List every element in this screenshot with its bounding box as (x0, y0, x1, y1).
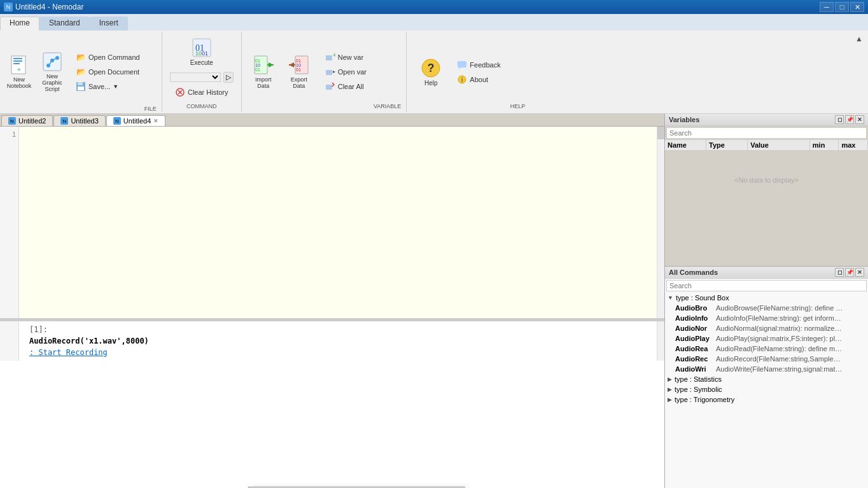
tab-untitled3[interactable]: N Untitled3 (53, 115, 105, 126)
col-value: Value (748, 140, 810, 150)
cmd-audionormal[interactable]: AudioNor AudioNormal(signal:matrix): nor… (670, 323, 868, 333)
svg-marker-39 (458, 67, 461, 69)
new-var-icon: + (325, 52, 335, 62)
output-code-line: AudioRecord('x1.wav',8000) (24, 335, 652, 347)
open-command-icon: 📂 (76, 52, 86, 62)
svg-rect-13 (78, 87, 84, 90)
cmd-audioplay-short: AudioPlay (675, 335, 713, 342)
close-button[interactable]: ✕ (850, 2, 864, 12)
clear-history-label: Clear History (188, 88, 228, 96)
variable-group-label: VARIABLE (374, 102, 401, 109)
svg-text:01: 01 (296, 67, 301, 72)
new-var-button[interactable]: + New var (321, 50, 371, 64)
svg-marker-34 (333, 71, 335, 73)
variables-close-button[interactable]: ✕ (855, 115, 864, 124)
save-button[interactable]: Save... ▼ (71, 80, 144, 94)
variables-restore-button[interactable]: ◻ (835, 115, 844, 124)
clear-all-icon (325, 81, 335, 92)
new-graphic-script-label: New GraphicScript (38, 73, 67, 92)
import-data-button[interactable]: 01 10 01 ImportData (247, 52, 280, 92)
ribbon-tab-standard[interactable]: Standard (39, 17, 90, 31)
cmd-audiorecord[interactable]: AudioRec AudioRecord(FileName:string,Sam… (670, 354, 868, 364)
cmd-audioplay[interactable]: AudioPlay AudioPlay(signal:matrix,FS:int… (670, 333, 868, 344)
commands-close-button[interactable]: ✕ (855, 268, 864, 277)
restore-button[interactable]: □ (835, 2, 849, 12)
tab-close-untitled4[interactable]: ✕ (153, 118, 158, 124)
output-prompt-line: [1]: (24, 324, 652, 335)
commands-search[interactable] (666, 280, 867, 291)
help-icon: ? (421, 58, 441, 78)
new-graphic-script-button[interactable]: New GraphicScript (36, 48, 69, 95)
open-document-button[interactable]: 📂 Open Document (71, 65, 144, 79)
svg-rect-38 (458, 61, 466, 67)
clear-all-button[interactable]: Clear All (321, 80, 371, 94)
cmd-audioplay-full: AudioPlay(signal:matrix,FS:integer): pla… (716, 335, 843, 342)
tab-untitled4[interactable]: N Untitled4 ✕ (106, 115, 165, 126)
import-data-icon: 01 10 01 (253, 55, 274, 75)
open-command-button[interactable]: 📂 Open Command (71, 50, 144, 64)
ribbon-tab-home[interactable]: Home (0, 17, 39, 31)
editor-area: 1 (0, 127, 664, 318)
tab-untitled2[interactable]: N Untitled2 (1, 115, 53, 126)
editor-scrollbar[interactable] (657, 127, 664, 318)
new-var-label: New var (338, 53, 363, 61)
editor-content[interactable] (19, 127, 657, 318)
symbolic-group-label: type : Symbolic (675, 386, 722, 393)
export-data-button[interactable]: 01 10 01 ExportData (283, 52, 316, 92)
commands-title-bar: All Commands ◻ 📌 ✕ (665, 267, 868, 279)
feedback-button[interactable]: Feedback (452, 58, 505, 72)
svg-rect-35 (326, 85, 332, 90)
about-button[interactable]: i About (452, 73, 505, 87)
ribbon-tab-insert[interactable]: Insert (90, 17, 128, 31)
variables-no-data: <No data to display> (665, 151, 868, 209)
tree-expand-soundbox: ▼ (668, 295, 673, 301)
feedback-icon (457, 60, 467, 70)
output-link-line[interactable]: : Start Recording (24, 347, 652, 358)
execute-dropdown[interactable] (170, 73, 221, 82)
scrollbar-thumb[interactable] (657, 127, 664, 139)
svg-text:01: 01 (296, 59, 301, 63)
col-min: min (810, 140, 839, 150)
variables-search[interactable] (666, 127, 867, 139)
output-link[interactable]: : Start Recording (29, 348, 108, 357)
tab-icon-untitled2: N (8, 117, 16, 125)
cmd-audioinfo-short: AudioInfo (675, 314, 713, 322)
app-icon: N (4, 3, 13, 11)
execute-icon: 01 10 01 (192, 38, 212, 58)
output-scrollbar[interactable] (657, 321, 664, 361)
ribbon-collapse-button[interactable]: ▲ (853, 32, 865, 46)
col-name: Name (665, 140, 706, 150)
new-notebook-button[interactable]: + NewNotebook (3, 52, 36, 92)
clear-history-button[interactable]: Clear History (171, 85, 233, 99)
svg-text:+: + (17, 66, 21, 73)
execute-button[interactable]: 01 10 01 Execute (185, 34, 218, 69)
cmd-audioread-short: AudioRea (675, 345, 713, 352)
minimize-button[interactable]: ─ (820, 2, 834, 12)
tab-label-untitled3: Untitled3 (71, 117, 98, 125)
export-data-label: ExportData (291, 76, 307, 89)
commands-group-soundbox[interactable]: ▼ type : Sound Box (665, 293, 868, 303)
commands-group-statistics[interactable]: ▶ type : Statistics (665, 374, 868, 384)
commands-group-trigonometry[interactable]: ▶ type : Trigonometry (665, 394, 868, 405)
cmd-audiobrowse-short: AudioBro (675, 304, 713, 312)
col-max: max (839, 140, 868, 150)
cmd-audiowrite-short: AudioWri (675, 365, 713, 373)
cmd-audiowrite[interactable]: AudioWri AudioWrite(FileName:string,sign… (670, 364, 868, 374)
commands-restore-button[interactable]: ◻ (835, 268, 844, 277)
commands-pin-button[interactable]: 📌 (845, 268, 854, 277)
cmd-audioinfo[interactable]: AudioInfo AudioInfo(FileName:string): ge… (670, 313, 868, 323)
svg-text:?: ? (428, 62, 435, 74)
help-button[interactable]: ? Help (414, 34, 447, 109)
cmd-audioread[interactable]: AudioRea AudioRead(FileName:string): def… (670, 344, 868, 354)
title-bar: N Untitled4 - Nemodar ─ □ ✕ (0, 0, 868, 14)
file-group-label: FILE (144, 103, 157, 112)
variable-group: 01 10 01 ImportData 01 (242, 32, 407, 112)
cmd-audiobrowse[interactable]: AudioBro AudioBrowse(FileName:string): d… (670, 303, 868, 313)
cmd-audiowrite-full: AudioWrite(FileName:string,signal:matrix… (716, 365, 843, 373)
svg-text:01: 01 (255, 59, 260, 63)
trigonometry-group-label: type : Trigonometry (675, 396, 734, 403)
open-var-button[interactable]: Open var (321, 65, 371, 79)
commands-group-symbolic[interactable]: ▶ type : Symbolic (665, 384, 868, 394)
variables-pin-button[interactable]: 📌 (845, 115, 854, 124)
dropdown-arrow[interactable]: ▷ (223, 72, 234, 83)
